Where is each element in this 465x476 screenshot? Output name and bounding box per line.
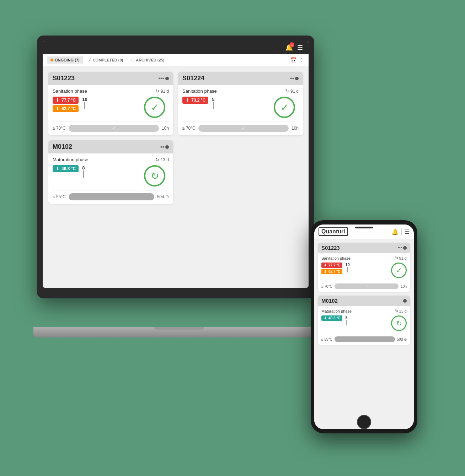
dots-text3: ••: [160, 144, 164, 150]
temp-red-s01223: 77.7 °C: [62, 98, 76, 103]
phone-sensor-div-s01223: [347, 267, 348, 272]
phone-sensors-row-m0102: 🌡 46.8 °C 8 ↻: [321, 315, 407, 331]
phone-sensor-teal-m0102: 🌡 46.8 °C: [321, 315, 342, 321]
phone-sensor-div-m0102: [346, 320, 347, 325]
phone-phase-row-s01223: Sanitation phase ↻ 91 d: [321, 256, 407, 260]
sensors-row-s01223: 🌡 77.7 °C 🌡 62.7 °C 10: [53, 97, 169, 118]
card-m0102-menu[interactable]: ••: [160, 144, 169, 150]
phone-sensor-red-s01223: 🌡 77.7 °C: [321, 263, 342, 268]
cycle-value-s01223: 91 d: [161, 89, 169, 94]
sensor-tag-teal-m0102: 🌡 46.8 °C: [53, 165, 79, 172]
sensors-row-m0102: 🌡 46.8 °C 8 ↻: [53, 165, 169, 186]
phone-sensor-count-s01223: 10: [345, 263, 349, 272]
laptop-outer: 🔔 1 ☰ ONGOING (7) ✓ COMPLETED (0): [37, 36, 314, 298]
phone-card-m0102-header: M0102: [318, 296, 410, 306]
phone-divider: [401, 228, 402, 235]
phone-card-s01223-body: Sanitation phase ↻ 91 d 🌡: [318, 253, 410, 292]
phone-phase-s01223: Sanitation phase: [321, 256, 351, 260]
thermometer-icon3: 🌡: [185, 98, 189, 103]
duration-s01223: 10h: [162, 126, 169, 131]
scene: 🔔 1 ☰ ONGOING (7) ✓ COMPLETED (0): [37, 25, 428, 451]
calendar-icon[interactable]: 📅: [290, 57, 296, 63]
tab-ongoing-label: ONGOING (7): [55, 58, 80, 62]
tab-ongoing[interactable]: ONGOING (7): [47, 56, 83, 64]
phone-menu-icon[interactable]: ☰: [405, 228, 410, 235]
phone: Quanturi 🔔 ☰ S01223 •••: [311, 220, 417, 433]
card-s01224-title: S01224: [182, 75, 204, 82]
sensor-tags-s01223: 🌡 77.7 °C 🌡 62.7 °C: [53, 97, 79, 112]
temp-orange-s01223: 62.7 °C: [62, 106, 76, 111]
phone-dots-s01223: •••: [397, 245, 402, 250]
phone-bell-icon[interactable]: 🔔: [391, 228, 399, 235]
phone-status-dot-m0102: [403, 299, 407, 303]
sensors-row-s01224: 🌡 73.2 °C 5 ✓: [182, 97, 299, 118]
card-s01224-body: Sanitation phase ↻ 91 d 🌡: [178, 85, 303, 135]
count-val-s01224: 5: [212, 97, 214, 102]
phone-count-m0102: 8: [345, 315, 347, 320]
threshold-s01223: ≥ 70°C: [53, 126, 66, 131]
card-s01223[interactable]: S01223 ••• Sanitation phase ↻: [48, 72, 173, 135]
phone-card-m0102-menu[interactable]: [403, 299, 407, 303]
card-m0102[interactable]: M0102 •• Maturation phase ↻: [48, 140, 173, 204]
phone-progress-bar-s01223: ✓: [335, 283, 399, 289]
thermometer-icon2: 🌡: [55, 106, 60, 111]
phone-refresh-m0102: ↻: [391, 315, 407, 331]
phone-cycle-icon-s01223: ↻: [395, 256, 398, 260]
duration-m0102: 50d ⊙: [157, 194, 169, 199]
cycle-m0102: ↻ 13 d: [155, 157, 169, 162]
refresh-status-m0102: ↻: [144, 165, 165, 186]
phone-duration-s01223: 10h: [401, 285, 407, 288]
phone-status-dot-s01223: [403, 246, 407, 250]
phone-card-m0102-title: M0102: [321, 298, 338, 304]
more-options-icon[interactable]: ⋮: [299, 57, 304, 63]
sensor-tag-orange-s01223: 🌡 62.7 °C: [53, 105, 79, 112]
phone-outer: Quanturi 🔔 ☰ S01223 •••: [311, 220, 417, 433]
card-s01224[interactable]: S01224 •• Sanitation phase ↻: [178, 72, 303, 135]
phone-content: S01223 ••• Sanitation phase ↻: [314, 239, 414, 429]
dots-text2: ••: [290, 75, 294, 82]
cards-grid: S01223 ••• Sanitation phase ↻: [43, 66, 309, 210]
laptop-screen: 🔔 1 ☰ ONGOING (7) ✓ COMPLETED (0): [43, 41, 309, 288]
phone-sensor-orange-s01223: 🌡 62.7 °C: [321, 269, 342, 274]
phone-count-s01223: 10: [345, 263, 349, 267]
thermometer-icon: 🌡: [55, 98, 60, 103]
phone-sensor-count-m0102: 8: [345, 315, 347, 325]
ongoing-dot: [50, 59, 53, 61]
sensor-count-s01224: 5: [212, 97, 214, 109]
phone-progress-check-s01223: ✓: [365, 285, 368, 288]
phone-check-s01223: ✓: [391, 263, 407, 278]
tab-archived-label: ARCHIVED (25): [136, 58, 164, 62]
phone-cycle-icon-m0102: ↻: [395, 309, 398, 313]
card-s01224-menu[interactable]: ••: [290, 75, 299, 82]
progress-check-s01223: ✓: [112, 126, 116, 131]
phone-card-s01223[interactable]: S01223 ••• Sanitation phase ↻: [318, 243, 410, 292]
card-m0102-header: M0102 ••: [48, 140, 173, 153]
phase-row-s01223: Sanitation phase ↻ 91 d: [53, 88, 169, 94]
phase-row-m0102: Maturation phase ↻ 13 d: [53, 157, 169, 162]
phone-temp-orange-s01223: 62.7 °C: [328, 270, 340, 274]
progress-row-m0102: ≤ 55°C 50d ⊙: [53, 190, 169, 200]
phone-sensor-tags-m0102: 🌡 46.8 °C: [321, 315, 342, 321]
card-s01223-header: S01223 •••: [48, 72, 173, 85]
phone-cycle-val-s01223: 91 d: [399, 256, 407, 260]
tab-completed[interactable]: ✓ COMPLETED (0): [85, 56, 127, 64]
phone-card-s01223-menu[interactable]: •••: [397, 245, 407, 250]
phone-duration-m0102: 50d ⊙: [397, 337, 407, 341]
phone-threshold-s01223: ≥ 70°C: [321, 285, 332, 288]
card-s01223-menu[interactable]: •••: [158, 75, 169, 82]
laptop-topbar: 🔔 1 ☰: [43, 41, 309, 54]
thermometer-icon4: 🌡: [55, 166, 60, 171]
tab-completed-label: COMPLETED (0): [93, 58, 123, 62]
menu-icon[interactable]: ☰: [297, 44, 303, 52]
card-s01224-header: S01224 ••: [178, 72, 303, 85]
phone-home-button[interactable]: [357, 415, 371, 429]
phone-sensor-tags-s01223: 🌡 77.7 °C 🌡 62.7 °C: [321, 263, 342, 274]
phone-card-m0102[interactable]: M0102 Maturation phase ↻ 13 d: [318, 296, 410, 345]
tab-archived[interactable]: ARCHIVED (25): [128, 56, 168, 64]
card-s01223-body: Sanitation phase ↻ 91 d 🌡: [48, 85, 173, 135]
cycle-icon-s01223: ↻: [155, 88, 159, 94]
cycle-s01224: ↻ 91 d: [285, 88, 299, 94]
status-dot-s01223: [165, 77, 169, 80]
phone-progress-row-m0102: ≤ 55°C 50d ⊙: [321, 334, 407, 342]
notification-icon[interactable]: 🔔 1: [285, 44, 293, 52]
